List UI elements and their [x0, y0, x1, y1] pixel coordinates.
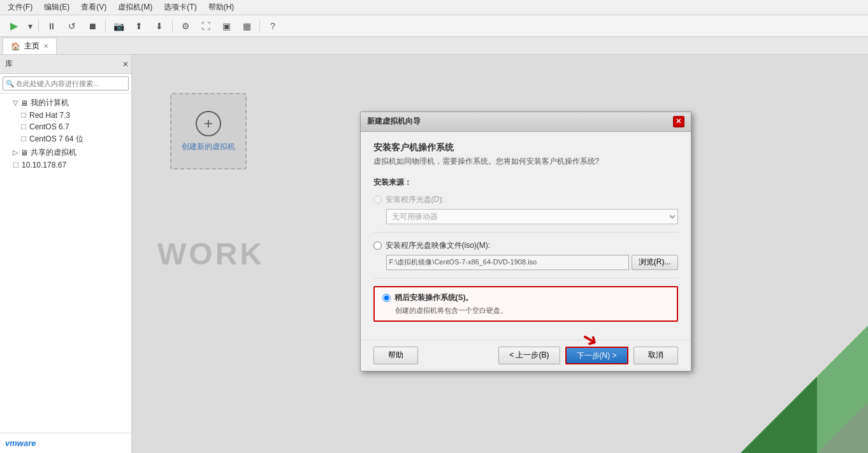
radio-item-iso: 安装程序光盘映像文件(iso)(M):: [373, 240, 678, 251]
vm-icon-centos67: ☐: [20, 123, 27, 131]
tree-label-centos764: CentOS 7 64 位: [29, 134, 83, 145]
tree-item-my-computer[interactable]: ▽ 🖥 我的计算机: [0, 96, 131, 110]
tree-item-centos764[interactable]: ☐ CentOS 7 64 位: [0, 133, 131, 146]
radio-iso[interactable]: [373, 241, 382, 250]
play-button[interactable]: ▶: [5, 18, 23, 34]
menu-vm[interactable]: 虚拟机(M): [113, 1, 157, 14]
radio-label-optical: 安装程序光盘(D):: [386, 194, 444, 205]
toolbar-sep-2: [105, 20, 106, 32]
iso-input-row: 浏览(R)...: [386, 255, 678, 270]
radio-label-iso: 安装程序光盘映像文件(iso)(M):: [386, 240, 491, 251]
tab-close-button[interactable]: ✕: [43, 43, 48, 50]
separator-2: [373, 278, 678, 278]
dialog-section-title: 安装客户机操作系统: [373, 142, 678, 154]
vm-icon-centos764: ☐: [20, 135, 27, 143]
toolbar-sep-3: [172, 20, 173, 32]
tab-home-label: 主页: [24, 41, 40, 52]
radio-group-iso: 安装程序光盘映像文件(iso)(M): 浏览(R)...: [373, 240, 678, 270]
tree-item-shared-vms[interactable]: ▷ 🖥 共享的虚拟机: [0, 146, 131, 159]
revert-button[interactable]: ⬆: [130, 18, 148, 34]
browse-button[interactable]: 浏览(R)...: [632, 255, 678, 270]
tree-label-centos67: CentOS 6.7: [29, 122, 69, 131]
toolbar-sep-4: [259, 20, 260, 32]
install-later-highlight: 稍后安装操作系统(S)。 创建的虚拟机将包含一个空白硬盘。: [373, 286, 678, 322]
install-later-desc: 创建的虚拟机将包含一个空白硬盘。: [395, 306, 669, 315]
vmware-logo: vmware: [5, 438, 36, 448]
vm-settings[interactable]: ⚙: [177, 18, 194, 34]
restart-button[interactable]: ↺: [63, 18, 81, 34]
dialog-section-desc: 虚拟机如同物理机，需要操作系统。您将如何安装客户机操作系统?: [373, 156, 678, 167]
tree-label-redhat73: Red Hat 7.3: [29, 111, 70, 120]
dialog-overlay: 新建虚拟机向导 ✕ 安装客户机操作系统 虚拟机如同物理机，需要操作系统。您将如何…: [132, 55, 868, 453]
back-button[interactable]: < 上一步(B): [498, 347, 560, 364]
menu-bar: 文件(F) 编辑(E) 查看(V) 虚拟机(M) 选项卡(T) 帮助(H): [0, 0, 868, 15]
install-source-label: 安装来源：: [373, 177, 678, 188]
content-area: WORK + 创建新的虚拟机 新建虚拟机向导 ✕: [132, 55, 868, 453]
iso-path-input[interactable]: [386, 255, 629, 270]
tree-label-remote: 10.10.178.67: [22, 161, 66, 169]
unity[interactable]: ▣: [217, 18, 235, 34]
dialog-close-button[interactable]: ✕: [673, 116, 684, 127]
snapshot-manager[interactable]: ⬇: [150, 18, 168, 34]
play-dropdown[interactable]: ▾: [25, 18, 34, 34]
radio-later[interactable]: [382, 294, 391, 302]
vm-icon-remote: ☐: [13, 161, 19, 169]
optical-dropdown-row: 无可用驱动器: [386, 209, 678, 224]
optical-drive-select[interactable]: 无可用驱动器: [386, 209, 678, 224]
tree-item-centos67[interactable]: ☐ CentOS 6.7: [0, 121, 131, 133]
dialog-content: 安装客户机操作系统 虚拟机如同物理机，需要操作系统。您将如何安装客户机操作系统?…: [361, 132, 691, 340]
next-button[interactable]: 下一步(N) >: [565, 347, 628, 364]
menu-tab[interactable]: 选项卡(T): [159, 1, 201, 14]
tree-item-remote[interactable]: ☐ 10.10.178.67: [0, 159, 131, 171]
tree-label-shared-vms: 共享的虚拟机: [31, 147, 76, 158]
sidebar-close-button[interactable]: ✕: [122, 60, 129, 69]
tab-bar: 🏠 主页 ✕: [0, 37, 868, 55]
dialog-titlebar: 新建虚拟机向导 ✕: [361, 112, 691, 132]
search-wrapper: 🔍: [3, 76, 129, 90]
new-vm-dialog: 新建虚拟机向导 ✕ 安装客户机操作系统 虚拟机如同物理机，需要操作系统。您将如何…: [360, 111, 691, 371]
search-input[interactable]: [3, 76, 129, 90]
stop-button[interactable]: ⏹: [83, 18, 101, 34]
fullscreen[interactable]: ⛶: [197, 18, 215, 34]
expand-icon-shared: ▷: [13, 148, 18, 157]
main-layout: 库 ✕ 🔍 ▽ 🖥 我的计算机 ☐ Red Hat 7.3 ☐ CentOS 6…: [0, 55, 868, 453]
sidebar-search-area: 🔍: [0, 74, 131, 94]
menu-file[interactable]: 文件(F): [3, 1, 38, 14]
home-icon: 🏠: [11, 42, 20, 51]
radio-group-optical: 安装程序光盘(D): 无可用驱动器: [373, 194, 678, 224]
menu-help[interactable]: 帮助(H): [203, 1, 240, 14]
snapshot-button[interactable]: 📷: [110, 18, 127, 34]
expand-icon: ▽: [13, 99, 18, 107]
sidebar-title: 库: [3, 57, 15, 71]
dialog-buttons: 帮助 < 上一步(B) 下一步(N) > 取消: [361, 340, 691, 371]
help-button[interactable]: 帮助: [373, 347, 418, 364]
sidebar: 库 ✕ 🔍 ▽ 🖥 我的计算机 ☐ Red Hat 7.3 ☐ CentOS 6…: [0, 55, 132, 453]
suspend-button[interactable]: ⏸: [43, 18, 61, 34]
radio-optical[interactable]: [373, 196, 382, 204]
separator-1: [373, 232, 678, 233]
dialog-title: 新建虚拟机向导: [367, 116, 421, 127]
tab-home[interactable]: 🏠 主页 ✕: [3, 38, 57, 54]
computer-icon: 🖥: [20, 99, 28, 108]
sidebar-header: 库 ✕: [0, 55, 131, 74]
menu-edit[interactable]: 编辑(E): [39, 1, 75, 14]
search-icon: 🔍: [6, 80, 15, 88]
sidebar-footer: vmware: [0, 433, 131, 453]
toolbar: ▶ ▾ ⏸ ↺ ⏹ 📷 ⬆ ⬇ ⚙ ⛶ ▣ ▦ ?: [0, 15, 868, 37]
tree-label-my-computer: 我的计算机: [31, 97, 69, 108]
radio-label-later: 稍后安装操作系统(S)。: [394, 292, 474, 303]
sidebar-tree: ▽ 🖥 我的计算机 ☐ Red Hat 7.3 ☐ CentOS 6.7 ☐ C…: [0, 94, 131, 433]
vm-icon-redhat: ☐: [20, 111, 27, 120]
tree-item-redhat73[interactable]: ☐ Red Hat 7.3: [0, 110, 131, 121]
toolbar-sep-1: [38, 20, 39, 32]
view-switch[interactable]: ▦: [238, 18, 256, 34]
radio-item-optical: 安装程序光盘(D):: [373, 194, 678, 205]
menu-view[interactable]: 查看(V): [76, 1, 112, 14]
help-button[interactable]: ?: [264, 18, 282, 34]
shared-vms-icon: 🖥: [20, 148, 28, 157]
cancel-button[interactable]: 取消: [633, 347, 678, 364]
radio-item-later: 稍后安装操作系统(S)。: [382, 292, 669, 303]
